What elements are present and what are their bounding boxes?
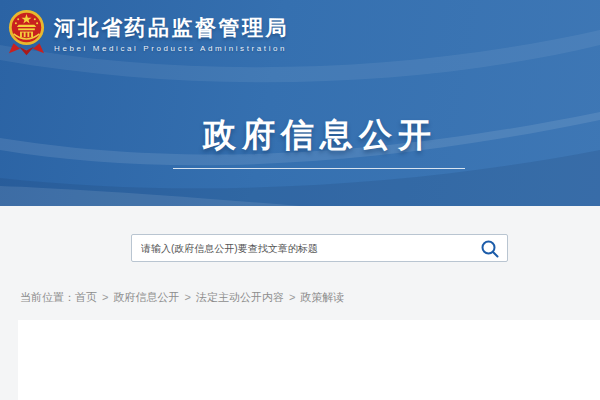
site-name-english: Hebei Medical Products Administration (54, 44, 289, 53)
title-underline (173, 168, 465, 169)
page: 河北省药品监督管理局 Hebei Medical Products Admini… (0, 0, 600, 400)
site-logo[interactable]: 河北省药品监督管理局 Hebei Medical Products Admini… (8, 9, 289, 57)
breadcrumb-separator: > (102, 291, 108, 303)
content-card: 索引号 FGWJ-2024-10009 主题分类 法规文件 / 政策解读 标题 … (18, 320, 600, 400)
search-button[interactable] (479, 238, 501, 260)
breadcrumb: 当前位置：首页>政府信息公开>法定主动公开内容>政策解读 (20, 290, 344, 305)
breadcrumb-policy[interactable]: 政策解读 (300, 291, 344, 303)
search-icon (479, 238, 501, 260)
breadcrumb-separator: > (289, 291, 295, 303)
site-name: 河北省药品监督管理局 (54, 15, 289, 41)
national-emblem-icon (8, 9, 45, 57)
search-box (131, 234, 508, 262)
page-title: 政府信息公开 (160, 113, 480, 158)
breadcrumb-gov-info[interactable]: 政府信息公开 (113, 291, 179, 303)
breadcrumb-separator: > (184, 291, 190, 303)
search-input[interactable] (132, 235, 507, 261)
breadcrumb-label: 当前位置： (20, 291, 75, 303)
breadcrumb-disclosure[interactable]: 法定主动公开内容 (196, 291, 284, 303)
hero-banner: 河北省药品监督管理局 Hebei Medical Products Admini… (0, 0, 600, 206)
breadcrumb-home[interactable]: 首页 (75, 291, 97, 303)
